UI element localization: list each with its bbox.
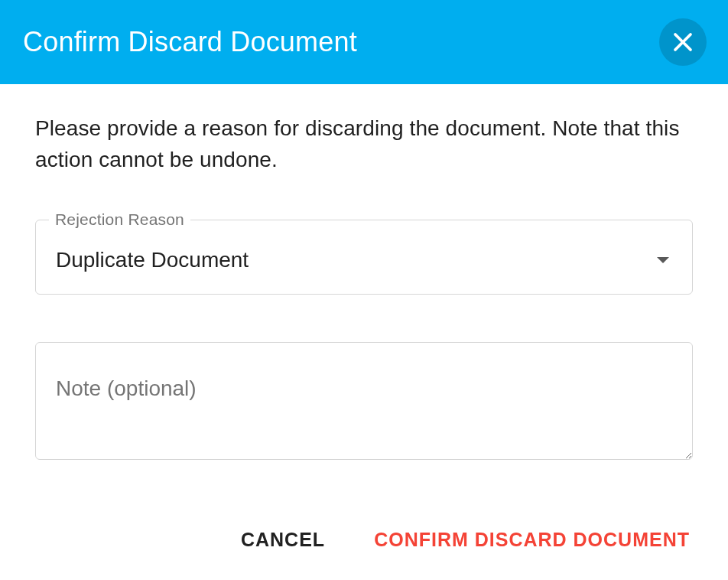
close-button[interactable] xyxy=(659,18,707,66)
dialog-body: Please provide a reason for discarding t… xyxy=(0,84,728,463)
confirm-discard-dialog: Confirm Discard Document Please provide … xyxy=(0,0,728,580)
note-textarea[interactable] xyxy=(35,342,693,460)
dialog-description: Please provide a reason for discarding t… xyxy=(35,113,693,175)
cancel-button[interactable]: CANCEL xyxy=(238,523,328,557)
dialog-header: Confirm Discard Document xyxy=(0,0,728,84)
dialog-title: Confirm Discard Document xyxy=(23,26,357,58)
rejection-reason-select[interactable]: Duplicate Document xyxy=(35,220,693,295)
dialog-actions: CANCEL CONFIRM DISCARD DOCUMENT xyxy=(0,523,728,580)
rejection-reason-field: Rejection Reason Duplicate Document xyxy=(35,220,693,295)
confirm-discard-button[interactable]: CONFIRM DISCARD DOCUMENT xyxy=(371,523,693,557)
rejection-reason-value: Duplicate Document xyxy=(56,248,249,272)
close-icon xyxy=(671,31,694,54)
chevron-down-icon xyxy=(657,257,669,263)
rejection-reason-label: Rejection Reason xyxy=(49,210,190,229)
note-field xyxy=(35,342,693,463)
